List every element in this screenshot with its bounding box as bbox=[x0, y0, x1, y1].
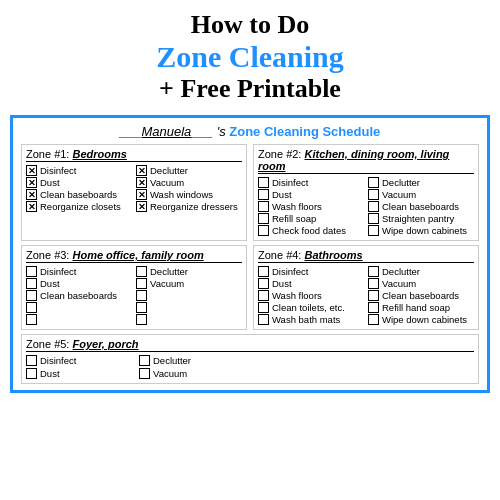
checkbox[interactable] bbox=[26, 201, 37, 212]
checkbox[interactable] bbox=[368, 177, 379, 188]
task-item bbox=[26, 302, 132, 313]
checkbox[interactable] bbox=[139, 355, 150, 366]
checkbox[interactable] bbox=[136, 189, 147, 200]
checkbox[interactable] bbox=[136, 314, 147, 325]
checkbox[interactable] bbox=[26, 278, 37, 289]
checkbox[interactable] bbox=[368, 201, 379, 212]
zone3-title: Zone #3: Home office, family room bbox=[26, 249, 242, 263]
zone1-tasks: Disinfect Dust Clean baseboards Reorgani… bbox=[26, 165, 242, 213]
task-item: Vacuum bbox=[368, 189, 474, 200]
zone4-tasks: Disinfect Dust Wash floors Clean toilets… bbox=[258, 266, 474, 326]
checkbox[interactable] bbox=[26, 189, 37, 200]
task-item: Declutter bbox=[136, 266, 242, 277]
checkbox[interactable] bbox=[26, 177, 37, 188]
checkbox[interactable] bbox=[258, 278, 269, 289]
task-item: Declutter bbox=[368, 177, 474, 188]
checkbox[interactable] bbox=[136, 201, 147, 212]
checkbox[interactable] bbox=[258, 177, 269, 188]
task-item: Dust bbox=[26, 177, 132, 188]
checkbox[interactable] bbox=[368, 278, 379, 289]
task-item: Declutter bbox=[139, 355, 248, 366]
zone5: Zone #5: Foyer, porch Disinfect Declutte… bbox=[21, 334, 479, 384]
header-line3: + Free Printable bbox=[10, 74, 490, 104]
zone2: Zone #2: Kitchen, dining room, living ro… bbox=[253, 144, 479, 241]
task-item: Dust bbox=[26, 278, 132, 289]
checkbox[interactable] bbox=[368, 225, 379, 236]
checkbox[interactable] bbox=[136, 290, 147, 301]
checkbox[interactable] bbox=[368, 314, 379, 325]
zone1-name: Bedrooms bbox=[72, 148, 126, 160]
task-item: Disinfect bbox=[26, 355, 135, 366]
zone1-num: Zone #1: bbox=[26, 148, 72, 160]
task-item: Wash floors bbox=[258, 290, 364, 301]
checkbox[interactable] bbox=[136, 165, 147, 176]
checkbox[interactable] bbox=[26, 302, 37, 313]
header-line2: Zone Cleaning bbox=[10, 40, 490, 74]
task-item: Wipe down cabinets bbox=[368, 225, 474, 236]
task-item: Wash windows bbox=[136, 189, 242, 200]
checkbox[interactable] bbox=[26, 355, 37, 366]
zone2-tasks: Disinfect Dust Wash floors Refill soap C… bbox=[258, 177, 474, 237]
header-line1: How to Do bbox=[10, 10, 490, 40]
task-item: Wash bath mats bbox=[258, 314, 364, 325]
checkbox[interactable] bbox=[26, 266, 37, 277]
checkbox[interactable] bbox=[258, 290, 269, 301]
zone4-title: Zone #4: Bathrooms bbox=[258, 249, 474, 263]
task-item: Clean baseboards bbox=[26, 189, 132, 200]
zone3-name: Home office, family room bbox=[72, 249, 203, 261]
checkbox[interactable] bbox=[258, 302, 269, 313]
task-item: Dust bbox=[258, 278, 364, 289]
zone4-num: Zone #4: bbox=[258, 249, 304, 261]
zone5-tasks: Disinfect Declutter Dust Vacuum bbox=[26, 355, 474, 380]
task-item: Dust bbox=[258, 189, 364, 200]
zone4: Zone #4: Bathrooms Disinfect Dust Wash f… bbox=[253, 245, 479, 330]
task-item bbox=[136, 302, 242, 313]
checkbox[interactable] bbox=[136, 302, 147, 313]
checkbox[interactable] bbox=[258, 225, 269, 236]
task-item: Check food dates bbox=[258, 225, 364, 236]
zone4-name: Bathrooms bbox=[304, 249, 362, 261]
checkbox[interactable] bbox=[258, 266, 269, 277]
task-item: Reorganize closets bbox=[26, 201, 132, 212]
header: How to Do Zone Cleaning + Free Printable bbox=[0, 0, 500, 109]
task-item: Clean baseboards bbox=[368, 201, 474, 212]
task-item: Vacuum bbox=[136, 278, 242, 289]
checkbox[interactable] bbox=[258, 189, 269, 200]
schedule-name: ___Manuela___ bbox=[120, 124, 213, 139]
task-item bbox=[26, 314, 132, 325]
task-item: Declutter bbox=[368, 266, 474, 277]
checkbox[interactable] bbox=[26, 290, 37, 301]
zone3-num: Zone #3: bbox=[26, 249, 72, 261]
checkbox[interactable] bbox=[368, 266, 379, 277]
task-item: Dust bbox=[26, 368, 135, 379]
checkbox[interactable] bbox=[258, 213, 269, 224]
task-item: Declutter bbox=[136, 165, 242, 176]
checkbox[interactable] bbox=[258, 201, 269, 212]
task-item: Reorganize dressers bbox=[136, 201, 242, 212]
zone1-title: Zone #1: Bedrooms bbox=[26, 148, 242, 162]
checkbox[interactable] bbox=[136, 266, 147, 277]
checkbox[interactable] bbox=[368, 302, 379, 313]
checkbox[interactable] bbox=[26, 314, 37, 325]
checkbox[interactable] bbox=[136, 177, 147, 188]
schedule-title: ___Manuela___ 's Zone Cleaning Schedule bbox=[21, 124, 479, 139]
task-item: Disinfect bbox=[258, 177, 364, 188]
zone5-title: Zone #5: Foyer, porch bbox=[26, 338, 474, 352]
checkbox[interactable] bbox=[136, 278, 147, 289]
checkbox[interactable] bbox=[139, 368, 150, 379]
checkbox[interactable] bbox=[26, 165, 37, 176]
checkbox[interactable] bbox=[258, 314, 269, 325]
schedule-zone-label: Zone Cleaning Schedule bbox=[229, 124, 380, 139]
task-item: Refill hand soap bbox=[368, 302, 474, 313]
page-container: How to Do Zone Cleaning + Free Printable… bbox=[0, 0, 500, 393]
zone5-num: Zone #5: bbox=[26, 338, 72, 350]
task-item: Clean baseboards bbox=[368, 290, 474, 301]
checkbox[interactable] bbox=[26, 368, 37, 379]
checkbox[interactable] bbox=[368, 189, 379, 200]
checkbox[interactable] bbox=[368, 290, 379, 301]
zone3: Zone #3: Home office, family room Disinf… bbox=[21, 245, 247, 330]
task-item: Wipe down cabinets bbox=[368, 314, 474, 325]
task-item: Straighten pantry bbox=[368, 213, 474, 224]
zone2-num: Zone #2: bbox=[258, 148, 304, 160]
checkbox[interactable] bbox=[368, 213, 379, 224]
